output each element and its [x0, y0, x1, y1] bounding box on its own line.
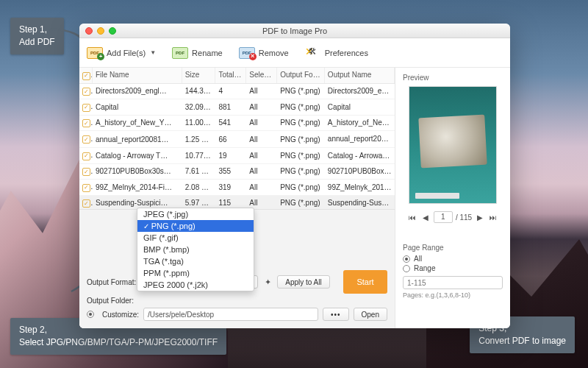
row-checkbox[interactable]: [82, 104, 90, 112]
col-file[interactable]: File Name: [93, 68, 182, 83]
remove-button[interactable]: PDF Remove: [239, 47, 289, 59]
cell-total: 319: [215, 180, 246, 194]
cell-format: PNG (*.png): [277, 84, 325, 98]
format-option[interactable]: GIF (*.gif): [137, 232, 254, 244]
chevron-down-icon: ▼: [150, 49, 156, 56]
format-option[interactable]: PPM (*.ppm): [137, 267, 254, 279]
window-title: PDF to Image Pro: [79, 26, 510, 35]
row-checkbox[interactable]: [82, 119, 90, 127]
output-folder-field[interactable]: /Users/pele/Desktop: [143, 308, 318, 321]
format-option[interactable]: BMP (*.bmp): [137, 244, 254, 255]
last-page-icon[interactable]: ⏭: [488, 213, 498, 222]
cell-size: 7.61 …: [182, 164, 216, 178]
col-total[interactable]: Total Pa: [215, 68, 246, 83]
apply-to-all-button[interactable]: Apply to All: [277, 275, 329, 289]
preferences-button[interactable]: Preferences: [305, 46, 368, 60]
cell-outname: Suspending-Suspicious-T…: [325, 196, 395, 209]
row-checkbox[interactable]: [82, 135, 90, 144]
page-total-label: / 115: [456, 213, 472, 222]
pdf-rename-icon: PDF: [172, 47, 188, 59]
page-navigator: ⏮ ◀ 1 / 115 ▶ ⏭: [403, 211, 503, 223]
pdf-add-icon: PDF: [87, 47, 103, 59]
browse-folder-button[interactable]: •••: [323, 308, 349, 321]
page-range-heading: Page Range: [403, 244, 503, 252]
table-row[interactable]: Capital32.09…881AllPNG (*.png)Capital: [79, 99, 395, 116]
cell-outname: 902710PUB0Box30see0als…: [325, 164, 395, 178]
table-row[interactable]: A_history_of_New_Y…11.00…541AllPNG (*.pn…: [79, 116, 395, 132]
cell-selected: All: [246, 84, 277, 98]
cell-outname: annual_report20081.4版本: [325, 131, 395, 147]
select-all-checkbox[interactable]: [82, 72, 90, 80]
col-size[interactable]: Size: [182, 68, 216, 83]
output-folder-label: Output Folder:: [87, 297, 134, 305]
row-checkbox[interactable]: [82, 184, 90, 192]
table-row[interactable]: Directors2009_engl…144.3…4AllPNG (*.png)…: [79, 84, 395, 100]
rename-button[interactable]: PDF Rename: [172, 47, 223, 59]
open-folder-button[interactable]: Open: [354, 308, 387, 321]
page-range-panel: Page Range All Range Pages: e.g.(1,3,6,8…: [403, 244, 503, 299]
cell-total: 541: [215, 116, 246, 130]
preview-label: Preview: [403, 74, 503, 82]
first-page-icon[interactable]: ⏮: [407, 213, 417, 222]
row-checkbox[interactable]: [82, 199, 90, 208]
cell-size: 11.00…: [182, 116, 216, 130]
cell-total: 881: [215, 100, 246, 114]
add-files-button[interactable]: PDF Add File(s)▼: [87, 47, 156, 59]
customize-label: Customize:: [102, 311, 139, 319]
cell-selected: All: [246, 116, 277, 130]
customize-radio[interactable]: [87, 311, 94, 318]
page-range-input[interactable]: [403, 276, 503, 289]
start-button[interactable]: Start: [343, 270, 387, 294]
output-format-dropdown[interactable]: JPEG (*.jpg)PNG (*.png)GIF (*.gif)BMP (*…: [137, 208, 254, 291]
cell-file: 99Z_Melnyk_2014-Fi…: [93, 180, 182, 194]
cell-total: 66: [215, 132, 246, 146]
row-checkbox[interactable]: [82, 152, 90, 160]
page-range-all-radio[interactable]: [403, 255, 410, 263]
cell-size: 2.08 …: [182, 180, 216, 194]
cell-outname: 99Z_Melnyk_2014-Film_a…: [325, 180, 395, 194]
cell-file: A_history_of_New_Y…: [93, 116, 182, 130]
cell-selected: All: [246, 164, 277, 178]
cell-format: PNG (*.png): [277, 149, 325, 163]
table-row[interactable]: 902710PUB0Box30s…7.61 …355AllPNG (*.png)…: [79, 164, 395, 180]
cell-selected: All: [246, 132, 277, 146]
page-current-input[interactable]: 1: [434, 211, 453, 223]
col-format[interactable]: Output Form: [277, 68, 325, 83]
preview-thumbnail[interactable]: [409, 86, 497, 204]
format-option[interactable]: JPEG 2000 (*.j2k): [137, 279, 254, 291]
format-option[interactable]: PNG (*.png): [137, 220, 254, 232]
cell-file: Catalog - Arroway T…: [93, 149, 182, 163]
prev-page-icon[interactable]: ◀: [420, 213, 431, 222]
magic-wand-icon[interactable]: ✦: [262, 277, 273, 287]
col-outname[interactable]: Output Name: [325, 68, 395, 83]
pdf-remove-icon: PDF: [239, 47, 255, 59]
output-format-label: Output Format:: [87, 278, 136, 286]
titlebar[interactable]: PDF to Image Pro: [79, 24, 510, 38]
page-range-range-radio[interactable]: [403, 265, 410, 272]
cell-size: 10.77…: [182, 149, 216, 163]
cell-total: 355: [215, 164, 246, 178]
cell-file: Capital: [93, 100, 182, 114]
table-row[interactable]: Catalog - Arroway T…10.77…19AllPNG (*.pn…: [79, 148, 395, 164]
cell-format: PNG (*.png): [277, 196, 325, 209]
cell-file: annual_report20081…: [93, 132, 182, 146]
cell-selected: All: [246, 180, 277, 194]
next-page-icon[interactable]: ▶: [475, 213, 485, 222]
preferences-icon: [305, 46, 321, 60]
col-selected[interactable]: Selected: [246, 68, 277, 83]
callout-step1: Step 1, Add PDF: [10, 18, 64, 54]
cell-outname: Catalog - Arroway Textur…: [325, 149, 395, 163]
format-option[interactable]: TGA (*.tga): [137, 255, 254, 267]
format-option[interactable]: JPEG (*.jpg): [137, 208, 254, 220]
cell-file: Directors2009_engl…: [93, 84, 182, 98]
cell-outname: Directors2009_englWord2…: [325, 84, 395, 98]
cell-size: 144.3…: [182, 84, 216, 98]
row-checkbox[interactable]: [82, 88, 90, 96]
table-row[interactable]: 99Z_Melnyk_2014-Fi…2.08 …319AllPNG (*.pn…: [79, 180, 395, 196]
cell-format: PNG (*.png): [277, 164, 325, 178]
table-row[interactable]: annual_report20081…1.25 …66AllPNG (*.png…: [79, 131, 395, 148]
cell-outname: Capital: [325, 100, 395, 114]
cell-format: PNG (*.png): [277, 180, 325, 194]
row-checkbox[interactable]: [82, 168, 90, 176]
cell-format: PNG (*.png): [277, 132, 325, 146]
